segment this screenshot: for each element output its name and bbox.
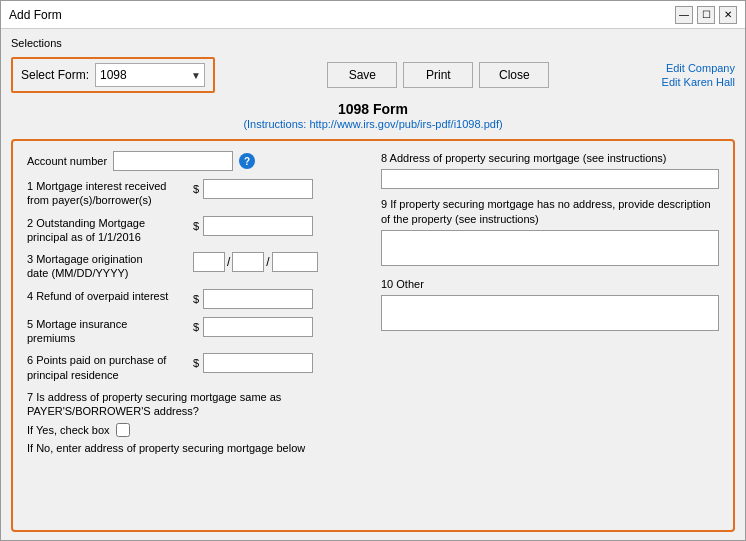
field7-no-label: If No, enter address of property securin… — [27, 441, 365, 455]
field1-label: 1 Mortgage interest receivedfrom payer(s… — [27, 179, 187, 208]
date-inputs: / / — [193, 252, 318, 272]
field1-input[interactable] — [203, 179, 313, 199]
field7-check-label: If Yes, check box — [27, 424, 110, 436]
select-form-dropdown[interactable]: 1098 1099 W-2 W-4 — [95, 63, 205, 87]
save-button[interactable]: Save — [327, 62, 397, 88]
form-title: 1098 Form — [11, 101, 735, 117]
field10-group: 10 Other — [381, 277, 719, 334]
date-dd-input[interactable] — [232, 252, 264, 272]
window: Add Form — ☐ ✕ Selections Select Form: 1… — [0, 0, 746, 541]
field3-input-col: / / — [193, 252, 365, 272]
field6-label: 6 Points paid on purchase ofprincipal re… — [27, 353, 187, 382]
field9-input[interactable] — [381, 230, 719, 266]
field4-label: 4 Refund of overpaid interest — [27, 289, 187, 303]
form-body: Account number ? 1 Mortgage interest rec… — [11, 139, 735, 532]
field4-input[interactable] — [203, 289, 313, 309]
close-button[interactable]: Close — [479, 62, 549, 88]
field7-check-row: If Yes, check box — [27, 423, 365, 437]
toolbar-buttons: Save Print Close — [327, 62, 549, 88]
edit-company-link[interactable]: Edit Company — [666, 62, 735, 74]
field9-group: 9 If property securing mortgage has no a… — [381, 197, 719, 269]
field5-input-col: $ — [193, 317, 365, 337]
field10-label: 10 Other — [381, 277, 719, 291]
field7-checkbox[interactable] — [116, 423, 130, 437]
field1-row: 1 Mortgage interest receivedfrom payer(s… — [27, 179, 365, 208]
date-yyyy-input[interactable] — [272, 252, 318, 272]
field6-row: 6 Points paid on purchase ofprincipal re… — [27, 353, 365, 382]
field6-input-col: $ — [193, 353, 365, 373]
account-number-row: Account number ? — [27, 151, 365, 171]
account-number-input[interactable] — [113, 151, 233, 171]
select-form-label: Select Form: — [21, 68, 89, 82]
field5-label: 5 Mortage insurancepremiums — [27, 317, 187, 346]
help-icon[interactable]: ? — [239, 153, 255, 169]
form-instructions-link[interactable]: (Instructions: http://www.irs.gov/pub/ir… — [243, 118, 502, 130]
field2-row: 2 Outstanding Mortgageprincipal as of 1/… — [27, 216, 365, 245]
field2-input-col: $ — [193, 216, 365, 236]
field8-label: 8 Address of property securing mortgage … — [381, 151, 719, 165]
field5-row: 5 Mortage insurancepremiums $ — [27, 317, 365, 346]
print-button[interactable]: Print — [403, 62, 473, 88]
field10-input[interactable] — [381, 295, 719, 331]
minimize-button[interactable]: — — [675, 6, 693, 24]
account-number-label: Account number — [27, 155, 107, 167]
field7-label: 7 Is address of property securing mortga… — [27, 390, 365, 419]
field8-input[interactable] — [381, 169, 719, 189]
field2-input[interactable] — [203, 216, 313, 236]
title-bar: Add Form — ☐ ✕ — [1, 1, 745, 29]
field5-input[interactable] — [203, 317, 313, 337]
window-title: Add Form — [9, 8, 62, 22]
field4-input-col: $ — [193, 289, 365, 309]
field4-row: 4 Refund of overpaid interest $ — [27, 289, 365, 309]
main-content: Selections Select Form: 1098 1099 W-2 W-… — [1, 29, 745, 540]
maximize-button[interactable]: ☐ — [697, 6, 715, 24]
field1-input-col: $ — [193, 179, 365, 199]
date-mm-input[interactable] — [193, 252, 225, 272]
field3-label: 3 Mortagage originationdate (MM/DD/YYYY) — [27, 252, 187, 281]
edit-links: Edit Company Edit Karen Hall — [662, 62, 735, 88]
field9-label: 9 If property securing mortgage has no a… — [381, 197, 719, 226]
toolbar: Select Form: 1098 1099 W-2 W-4 ▼ Save Pr… — [11, 57, 735, 93]
field6-input[interactable] — [203, 353, 313, 373]
field7-group: 7 Is address of property securing mortga… — [27, 390, 365, 455]
field8-group: 8 Address of property securing mortgage … — [381, 151, 719, 189]
form-title-area: 1098 Form (Instructions: http://www.irs.… — [11, 101, 735, 131]
field2-label: 2 Outstanding Mortgageprincipal as of 1/… — [27, 216, 187, 245]
selections-label: Selections — [11, 37, 735, 49]
title-bar-controls: — ☐ ✕ — [675, 6, 737, 24]
edit-person-link[interactable]: Edit Karen Hall — [662, 76, 735, 88]
form-left: Account number ? 1 Mortgage interest rec… — [27, 151, 365, 520]
field3-row: 3 Mortagage originationdate (MM/DD/YYYY)… — [27, 252, 365, 281]
form-right: 8 Address of property securing mortgage … — [381, 151, 719, 520]
select-form-wrapper: 1098 1099 W-2 W-4 ▼ — [95, 63, 205, 87]
window-close-button[interactable]: ✕ — [719, 6, 737, 24]
select-form-group: Select Form: 1098 1099 W-2 W-4 ▼ — [11, 57, 215, 93]
